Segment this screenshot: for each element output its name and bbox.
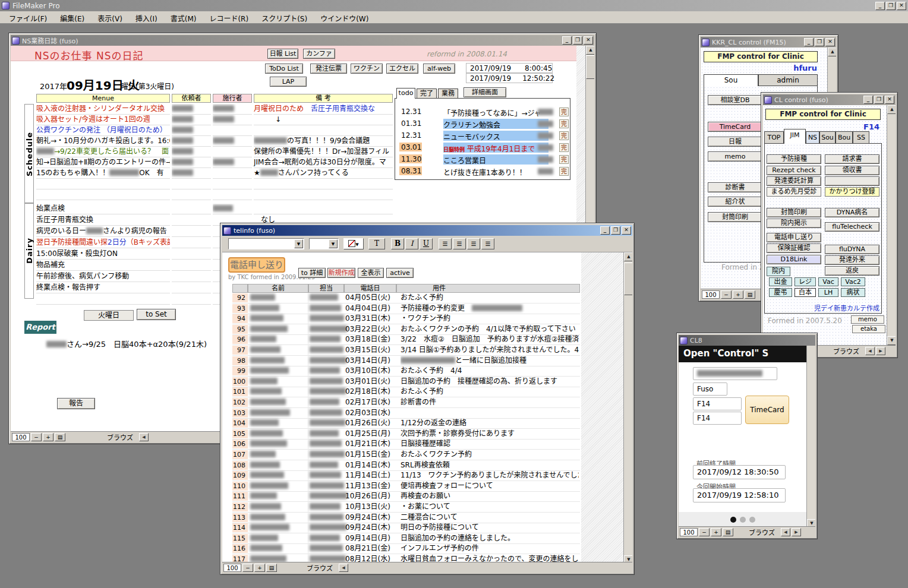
cl-right-button-1[interactable]: 領収書 <box>825 166 879 175</box>
todo-row[interactable]: 01.31 クラリチン勉強会 完 <box>395 119 570 130</box>
flip-forward-button[interactable]: ▶ <box>876 347 885 355</box>
column-header[interactable]: 名前 <box>248 284 308 293</box>
flip-back-button[interactable]: ◀ <box>781 528 790 536</box>
kkr-close-button[interactable]: ✕ <box>825 38 835 46</box>
vaccine-button[interactable]: ワクチン <box>351 64 383 74</box>
cl-right-button-4[interactable]: DYNA病名 <box>825 208 879 217</box>
menu-item[interactable]: 表示(V) <box>91 11 129 25</box>
mode-selector[interactable]: ブラウズ <box>828 346 864 356</box>
cl-memo-button[interactable]: memo <box>851 315 884 324</box>
cl-grid-button-Vac2[interactable]: Vac2 <box>841 277 865 286</box>
tel-minimize-button[interactable]: _ <box>600 226 610 235</box>
todo-row[interactable]: 11.30 こころ営業日 完 <box>395 154 570 166</box>
telinfo-row[interactable]: 101 02月18日(木) おたふく予約 <box>232 387 580 397</box>
cl-vertical-scrollbar[interactable]: ▲ ▼ <box>887 105 896 345</box>
ns-minimize-button[interactable]: _ <box>562 36 572 45</box>
houkoku-button[interactable]: 報告 <box>57 398 95 409</box>
done-button[interactable]: 完 <box>559 143 569 152</box>
ns-maximize-button[interactable]: ❐ <box>573 36 582 45</box>
cl-tab-TOP[interactable]: TOP <box>764 131 784 144</box>
timecard-button[interactable]: TimeCard <box>745 396 789 424</box>
mode-selector[interactable]: ブラウズ <box>102 432 138 442</box>
detail-screen-button[interactable]: 詳細画面 <box>464 87 506 97</box>
menu-item[interactable]: 書式(M) <box>164 11 203 25</box>
cl-close-button[interactable]: ✕ <box>885 96 894 104</box>
conference-button[interactable]: カンファ <box>303 49 335 59</box>
cl-left-button-9[interactable]: 院内 <box>767 267 790 276</box>
done-button[interactable]: 完 <box>559 119 569 128</box>
zoom-out-button[interactable]: − <box>242 564 253 572</box>
ns-titlebar[interactable]: NS業務日誌 (fuso) _ ❐ ✕ <box>11 35 594 46</box>
flip-back-button[interactable]: ◀ <box>139 433 149 441</box>
telinfo-row[interactable]: 94 03月31日(木) ・ワクチン予約 <box>232 314 580 324</box>
dot[interactable] <box>740 517 746 523</box>
kkr-button-0[interactable]: 相談室DB <box>708 95 762 105</box>
telinfo-row[interactable]: 95 03月22日(火) おたふくワクチンの予約 4/1以降で予約取って下さい <box>232 324 580 335</box>
column-header[interactable]: 用件 <box>396 284 580 293</box>
lap-button[interactable]: LAP <box>270 77 307 87</box>
cl-grid-button-慶弔[interactable]: 慶弔 <box>769 288 792 297</box>
cl-right-button-5[interactable]: fluTelecheck <box>825 222 879 232</box>
telinfo-row[interactable]: 98 03月14日(月) と一緒に日脳追加接種 <box>232 356 580 366</box>
cl-grid-button-出金[interactable]: 出金 <box>769 277 792 286</box>
menu-item[interactable]: ファイル(F) <box>2 11 53 25</box>
layout-toggle-button[interactable]: ▤ <box>745 290 755 299</box>
slide-dots[interactable] <box>679 512 806 528</box>
todo-list-button[interactable]: ToDo List <box>265 64 303 74</box>
cl-left-button-4[interactable]: 封筒印刷 <box>767 208 821 217</box>
cl-grid-button-Vac[interactable]: Vac <box>818 277 838 286</box>
telinfo-row[interactable]: 114 09月24日(木) 明日の予防接種について <box>232 523 580 533</box>
telinfo-row[interactable]: 103 02月03日(水) <box>232 408 580 419</box>
scroll-up-arrow[interactable]: ▲ <box>828 48 836 56</box>
zoom-in-button[interactable]: + <box>733 290 743 299</box>
cl-left-button-0[interactable]: 予防接種 <box>767 154 821 164</box>
cur-start-time[interactable]: 2017/09/19 12:58:10 <box>693 488 786 502</box>
telinfo-row[interactable]: 92 04月05日(火) おたふく予約 <box>232 293 580 304</box>
cl-maximize-button[interactable]: ❐ <box>874 96 884 104</box>
align-left-button[interactable]: ☰ <box>439 238 452 249</box>
zoom-in-button[interactable]: + <box>43 433 53 441</box>
done-button[interactable]: 完 <box>559 167 569 176</box>
show-all-button[interactable]: 全表示 <box>358 268 384 278</box>
cl-left-button-5[interactable]: 院内掲示 <box>767 219 821 228</box>
telinfo-row[interactable]: 109 11月14日(土) 11/13 ワクチン予約ありましたが来院されませんで… <box>232 470 580 481</box>
font-family-dropdown[interactable]: ▼ <box>228 238 304 249</box>
cl-right-button-3[interactable]: かかりつけ登録 <box>825 187 879 197</box>
window-cl8[interactable]: CL8 Open "Control" S Fuso F14 F14 TimeCa… <box>676 333 818 539</box>
scroll-thumb[interactable] <box>624 263 632 295</box>
ns-close-button[interactable]: ✕ <box>584 36 593 45</box>
zoom-out-button[interactable]: − <box>31 433 42 441</box>
font-size-dropdown[interactable]: ▼ <box>309 238 339 249</box>
menu-item[interactable]: 挿入(I) <box>129 11 164 25</box>
menu-item[interactable]: レコード(R) <box>203 11 255 25</box>
cl-left-button-8[interactable]: D18Link <box>767 255 821 264</box>
todo-row[interactable]: 12.31 ニューモバックス 完 <box>395 131 570 142</box>
to-detail-button[interactable]: to 詳細 <box>298 268 326 278</box>
menu-item[interactable]: スクリプト(S) <box>255 11 314 25</box>
cl-right-button-8[interactable]: 返戻 <box>825 266 879 276</box>
kkr-titlebar[interactable]: KKR_CL control (FM15) _ ❐ ✕ <box>701 37 836 48</box>
kkr-button-1[interactable]: TimeCard <box>708 122 762 132</box>
cl-left-button-7[interactable]: 保険証確認 <box>767 244 821 253</box>
italic-button[interactable]: I <box>405 238 418 249</box>
app-close-button[interactable]: ✕ <box>897 2 906 10</box>
telinfo-row[interactable]: 99 03月10日(木) おたふく予約 4/4 <box>232 366 580 377</box>
alfweb-button[interactable]: alf-web <box>423 64 455 74</box>
telinfo-row[interactable]: 113 09月24日(木) 二種混合について <box>232 513 580 523</box>
zoom-in-button[interactable]: + <box>711 528 721 536</box>
underline-button[interactable]: U <box>420 238 433 249</box>
prev-end-time[interactable]: 2017/09/12 18:30:50 <box>693 465 786 479</box>
telinfo-titlebar[interactable]: telinfo (fuso) _ ❐ ✕ <box>222 225 632 236</box>
chevron-down-icon[interactable]: ▼ <box>329 239 338 248</box>
done-button[interactable]: 完 <box>559 155 569 164</box>
kkr-tab-admin[interactable]: admin <box>758 74 818 86</box>
cl-karte-link[interactable]: 児デイ新患カルテ作成 <box>799 303 879 312</box>
cl-left-button-3[interactable]: まるめ先月受診 <box>767 187 821 197</box>
kkr-maximize-button[interactable]: ❐ <box>815 38 824 46</box>
layout-toggle-button[interactable]: ▤ <box>723 528 733 536</box>
chevron-down-icon[interactable]: ▼ <box>294 239 303 248</box>
zoom-in-button[interactable]: + <box>254 564 265 572</box>
scroll-down-arrow[interactable]: ▼ <box>887 336 896 345</box>
bold-button[interactable]: B <box>391 238 404 249</box>
cl-grid-button-病状[interactable]: 病状 <box>841 288 865 297</box>
